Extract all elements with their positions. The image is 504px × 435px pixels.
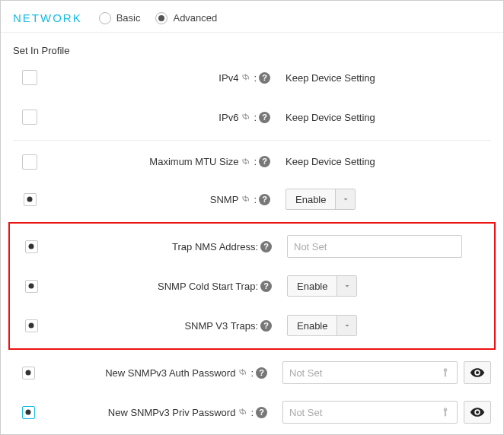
row-v3-traps: SNMP V3 Traps: ? Enable bbox=[10, 306, 494, 345]
trap-nms-address-input[interactable] bbox=[287, 235, 462, 258]
chevron-down-icon bbox=[335, 189, 355, 209]
show-password-button[interactable] bbox=[464, 401, 491, 424]
profile-checkbox-ipv4[interactable] bbox=[22, 70, 37, 85]
mode-advanced-label: Advanced bbox=[173, 12, 217, 24]
help-icon[interactable]: ? bbox=[259, 194, 270, 205]
label-ipv4: IPv4 bbox=[219, 72, 238, 84]
help-icon[interactable]: ? bbox=[256, 407, 267, 418]
label-auth-pw: New SNMPv3 Auth Password bbox=[105, 367, 235, 379]
help-icon[interactable]: ? bbox=[260, 281, 272, 292]
snmp-dropdown-label: Enable bbox=[286, 194, 335, 205]
value-ipv6: Keep Device Setting bbox=[285, 112, 375, 123]
keyhole-icon bbox=[439, 367, 451, 379]
sync-icon bbox=[241, 157, 251, 167]
v3-traps-dropdown-label: Enable bbox=[288, 320, 337, 332]
row-snmp: SNMP : ? Enable bbox=[13, 179, 491, 219]
profile-checkbox-cold-start[interactable] bbox=[25, 280, 38, 293]
row-auth-password: New SNMPv3 Auth Password : ? bbox=[13, 353, 491, 392]
mode-basic-radio[interactable]: Basic bbox=[99, 12, 141, 24]
row-mtu: Maximum MTU Size : ? Keep Device Setting bbox=[13, 140, 491, 179]
sync-icon bbox=[241, 194, 251, 205]
profile-checkbox-snmp[interactable] bbox=[24, 193, 37, 206]
chevron-down-icon bbox=[337, 316, 356, 335]
highlight-frame: Trap NMS Address: ? SNMP Cold Start Trap… bbox=[8, 222, 496, 350]
sync-icon bbox=[241, 112, 251, 122]
show-password-button[interactable] bbox=[464, 361, 491, 384]
label-ipv6: IPv6 bbox=[219, 112, 238, 123]
cold-start-dropdown[interactable]: Enable bbox=[287, 275, 357, 297]
settings-list: IPv4 : ? Keep Device Setting IPv6 : ? Ke… bbox=[1, 58, 503, 435]
mode-advanced-radio[interactable]: Advanced bbox=[155, 12, 217, 24]
label-v3-traps: SNMP V3 Traps: bbox=[184, 320, 258, 332]
label-trap-addr: Trap NMS Address: bbox=[172, 241, 258, 252]
help-icon[interactable]: ? bbox=[260, 241, 272, 252]
profile-checkbox-v3-traps[interactable] bbox=[25, 319, 38, 332]
tab-header: NETWORK Basic Advanced bbox=[1, 1, 503, 33]
snmp-dropdown[interactable]: Enable bbox=[285, 189, 356, 210]
sync-icon bbox=[238, 407, 248, 418]
cold-start-dropdown-label: Enable bbox=[288, 281, 337, 292]
radio-icon bbox=[155, 12, 167, 24]
keyhole-icon bbox=[439, 406, 451, 418]
row-trap-nms-address: Trap NMS Address: ? bbox=[10, 227, 494, 266]
chevron-down-icon bbox=[337, 276, 356, 296]
profile-checkbox-auth-pw[interactable] bbox=[22, 367, 35, 379]
label-snmp: SNMP bbox=[210, 194, 239, 205]
row-priv-password: New SNMPv3 Priv Password : ? bbox=[13, 392, 491, 432]
row-ipv4: IPv4 : ? Keep Device Setting bbox=[13, 58, 491, 97]
profile-checkbox-priv-pw[interactable] bbox=[22, 406, 35, 419]
profile-checkbox-mtu[interactable] bbox=[22, 154, 37, 170]
label-priv-pw: New SNMPv3 Priv Password bbox=[108, 407, 236, 418]
value-mtu: Keep Device Setting bbox=[285, 156, 375, 167]
label-mtu: Maximum MTU Size bbox=[149, 156, 238, 167]
help-icon[interactable]: ? bbox=[256, 367, 267, 379]
mode-radio-group: Basic Advanced bbox=[99, 12, 218, 24]
auth-password-input[interactable] bbox=[282, 361, 458, 384]
sync-icon bbox=[241, 72, 251, 83]
sync-icon bbox=[238, 367, 248, 378]
section-label: Set In Profile bbox=[1, 33, 503, 58]
mode-basic-label: Basic bbox=[116, 12, 141, 24]
radio-icon bbox=[99, 12, 111, 24]
v3-traps-dropdown[interactable]: Enable bbox=[287, 315, 357, 336]
help-icon[interactable]: ? bbox=[259, 72, 270, 84]
profile-checkbox-ipv6[interactable] bbox=[22, 110, 37, 125]
help-icon[interactable]: ? bbox=[259, 112, 270, 123]
profile-checkbox-trap-addr[interactable] bbox=[25, 240, 38, 253]
label-cold-start: SNMP Cold Start Trap: bbox=[158, 281, 258, 292]
help-icon[interactable]: ? bbox=[259, 156, 270, 167]
priv-password-input[interactable] bbox=[282, 401, 458, 424]
help-icon[interactable]: ? bbox=[260, 320, 272, 332]
row-cold-start-trap: SNMP Cold Start Trap: ? Enable bbox=[10, 266, 494, 306]
value-ipv4: Keep Device Setting bbox=[285, 72, 375, 84]
row-ipv6: IPv6 : ? Keep Device Setting bbox=[13, 97, 491, 137]
page-title: NETWORK bbox=[13, 11, 82, 24]
